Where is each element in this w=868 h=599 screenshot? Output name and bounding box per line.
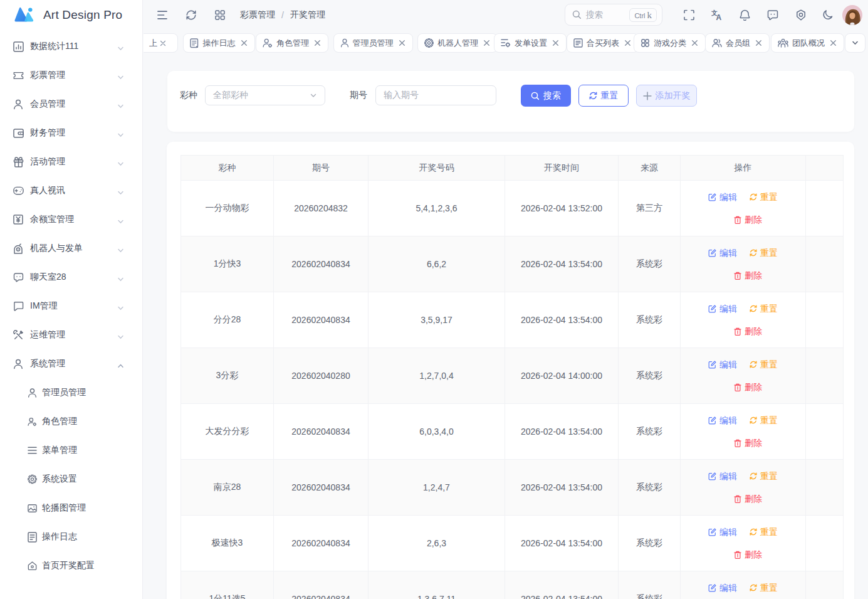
svg-text:A: A (716, 13, 722, 21)
